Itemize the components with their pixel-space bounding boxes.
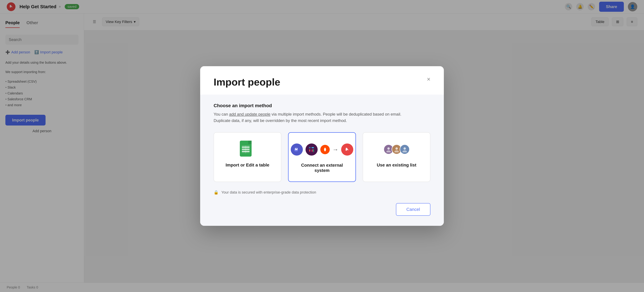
security-note: 🔒 Your data is secured with enterprise-g… <box>214 190 430 195</box>
existing-list-option[interactable]: Use an existing list <box>363 132 430 182</box>
svg-rect-1 <box>248 140 252 144</box>
svg-point-23 <box>386 150 391 152</box>
svg-rect-19 <box>312 150 312 152</box>
svg-point-24 <box>396 147 398 150</box>
import-modal: Import people × Choose an import method … <box>200 66 444 226</box>
existing-list-label: Use an existing list <box>377 162 416 168</box>
svg-point-12 <box>296 148 297 149</box>
connect-external-icon: → <box>312 141 332 158</box>
existing-list-icon <box>386 141 407 158</box>
zapier-icon <box>320 145 330 154</box>
connect-external-label: Connect an external system <box>295 163 349 173</box>
svg-point-21 <box>312 150 314 152</box>
add-update-link[interactable]: add and update people <box>229 112 270 116</box>
slack-icon <box>306 144 318 156</box>
cancel-button[interactable]: Cancel <box>396 203 430 216</box>
svg-rect-13 <box>298 149 300 150</box>
method-title: Choose an import method <box>214 103 430 108</box>
app-destination-icon <box>341 144 353 156</box>
svg-rect-18 <box>309 150 310 150</box>
modal-header: Import people × <box>200 66 444 94</box>
security-text: Your data is secured with enterprise-gra… <box>221 190 316 194</box>
modal-overlay[interactable]: Import people × Choose an import method … <box>0 0 644 292</box>
svg-point-26 <box>404 147 406 150</box>
connect-external-option[interactable]: → Connect an external system <box>288 132 356 182</box>
svg-point-25 <box>394 150 399 152</box>
modal-title: Import people <box>214 76 430 88</box>
import-table-label: Import or Edit a table <box>226 162 269 168</box>
svg-rect-16 <box>312 147 314 148</box>
svg-point-22 <box>387 147 390 150</box>
svg-point-27 <box>402 150 407 152</box>
avatar-3 <box>400 144 410 154</box>
lock-icon: 🔒 <box>214 190 219 195</box>
modal-body: Choose an import method You can add and … <box>200 94 444 226</box>
modal-header-inner: Import people × <box>214 76 430 88</box>
arrow-icon: → <box>332 146 338 153</box>
google-sheets-icon <box>237 141 258 158</box>
ms-teams-icon <box>291 144 303 156</box>
svg-point-14 <box>298 148 299 149</box>
modal-close-button[interactable]: × <box>427 76 430 82</box>
svg-point-20 <box>309 147 310 148</box>
method-desc: You can add and update people via multip… <box>214 111 430 124</box>
import-table-option[interactable]: Import or Edit a table <box>214 132 281 182</box>
modal-footer: Cancel <box>214 203 430 216</box>
import-options: Import or Edit a table <box>214 132 430 182</box>
